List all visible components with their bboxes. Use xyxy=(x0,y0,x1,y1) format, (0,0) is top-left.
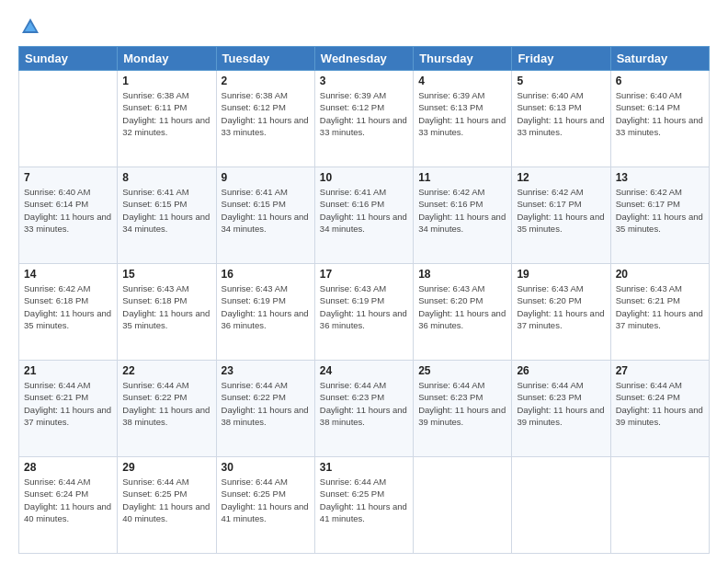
day-number: 12 xyxy=(517,171,605,184)
calendar-header-tuesday: Tuesday xyxy=(216,47,314,71)
calendar-cell xyxy=(414,457,512,554)
day-number: 24 xyxy=(320,364,408,377)
calendar-header-row: SundayMondayTuesdayWednesdayThursdayFrid… xyxy=(19,47,710,71)
day-info: Sunrise: 6:43 AMSunset: 6:18 PMDaylight:… xyxy=(122,282,210,331)
day-info: Sunrise: 6:38 AMSunset: 6:11 PMDaylight:… xyxy=(122,89,210,138)
calendar-week-3: 14Sunrise: 6:42 AMSunset: 6:18 PMDayligh… xyxy=(19,264,710,361)
calendar-cell: 30Sunrise: 6:44 AMSunset: 6:25 PMDayligh… xyxy=(216,457,314,554)
day-number: 28 xyxy=(24,461,112,474)
calendar-week-1: 1Sunrise: 6:38 AMSunset: 6:11 PMDaylight… xyxy=(19,71,710,167)
calendar-table: SundayMondayTuesdayWednesdayThursdayFrid… xyxy=(18,46,710,554)
calendar-header-friday: Friday xyxy=(512,47,610,71)
calendar-cell: 27Sunrise: 6:44 AMSunset: 6:24 PMDayligh… xyxy=(610,361,709,457)
day-number: 1 xyxy=(122,75,210,87)
day-number: 27 xyxy=(616,364,704,377)
calendar-week-2: 7Sunrise: 6:40 AMSunset: 6:14 PMDaylight… xyxy=(19,167,710,264)
day-info: Sunrise: 6:43 AMSunset: 6:19 PMDaylight:… xyxy=(320,282,408,331)
day-info: Sunrise: 6:44 AMSunset: 6:25 PMDaylight:… xyxy=(222,476,310,524)
day-number: 17 xyxy=(320,268,408,281)
day-number: 10 xyxy=(320,171,408,184)
calendar-cell: 14Sunrise: 6:42 AMSunset: 6:18 PMDayligh… xyxy=(19,264,118,361)
day-number: 7 xyxy=(24,171,112,184)
day-info: Sunrise: 6:44 AMSunset: 6:24 PMDaylight:… xyxy=(24,476,112,524)
calendar-cell: 9Sunrise: 6:41 AMSunset: 6:15 PMDaylight… xyxy=(216,167,314,264)
day-number: 21 xyxy=(24,364,112,377)
day-number: 26 xyxy=(517,364,605,377)
day-number: 6 xyxy=(616,75,704,87)
day-number: 25 xyxy=(418,364,506,377)
day-info: Sunrise: 6:44 AMSunset: 6:22 PMDaylight:… xyxy=(122,379,210,428)
header xyxy=(18,17,710,37)
day-info: Sunrise: 6:44 AMSunset: 6:23 PMDaylight:… xyxy=(517,379,605,428)
day-info: Sunrise: 6:42 AMSunset: 6:16 PMDaylight:… xyxy=(418,186,506,235)
calendar-cell xyxy=(19,71,118,167)
day-info: Sunrise: 6:44 AMSunset: 6:23 PMDaylight:… xyxy=(320,379,408,428)
day-info: Sunrise: 6:43 AMSunset: 6:21 PMDaylight:… xyxy=(616,282,704,331)
day-info: Sunrise: 6:44 AMSunset: 6:23 PMDaylight:… xyxy=(418,379,506,428)
calendar-cell: 2Sunrise: 6:38 AMSunset: 6:12 PMDaylight… xyxy=(216,71,314,167)
logo-icon xyxy=(20,17,40,37)
day-info: Sunrise: 6:40 AMSunset: 6:13 PMDaylight:… xyxy=(517,89,605,138)
day-number: 20 xyxy=(616,268,704,281)
calendar-page: SundayMondayTuesdayWednesdayThursdayFrid… xyxy=(0,0,728,563)
calendar-cell: 8Sunrise: 6:41 AMSunset: 6:15 PMDaylight… xyxy=(118,167,216,264)
day-number: 14 xyxy=(24,268,112,281)
day-number: 16 xyxy=(222,268,310,281)
day-number: 29 xyxy=(122,461,210,474)
day-info: Sunrise: 6:44 AMSunset: 6:24 PMDaylight:… xyxy=(616,379,704,428)
calendar-cell xyxy=(512,457,610,554)
calendar-cell: 20Sunrise: 6:43 AMSunset: 6:21 PMDayligh… xyxy=(610,264,709,361)
day-info: Sunrise: 6:44 AMSunset: 6:25 PMDaylight:… xyxy=(122,476,210,524)
day-info: Sunrise: 6:38 AMSunset: 6:12 PMDaylight:… xyxy=(222,89,310,138)
day-info: Sunrise: 6:44 AMSunset: 6:21 PMDaylight:… xyxy=(24,379,112,428)
day-number: 5 xyxy=(517,75,605,87)
calendar-header-monday: Monday xyxy=(118,47,216,71)
calendar-cell: 7Sunrise: 6:40 AMSunset: 6:14 PMDaylight… xyxy=(19,167,118,264)
day-number: 13 xyxy=(616,171,704,184)
day-info: Sunrise: 6:44 AMSunset: 6:22 PMDaylight:… xyxy=(222,379,310,428)
day-info: Sunrise: 6:39 AMSunset: 6:12 PMDaylight:… xyxy=(320,89,408,138)
day-number: 4 xyxy=(418,75,506,87)
calendar-cell: 17Sunrise: 6:43 AMSunset: 6:19 PMDayligh… xyxy=(314,264,413,361)
calendar-cell: 28Sunrise: 6:44 AMSunset: 6:24 PMDayligh… xyxy=(19,457,118,554)
calendar-week-5: 28Sunrise: 6:44 AMSunset: 6:24 PMDayligh… xyxy=(19,457,710,554)
calendar-cell: 24Sunrise: 6:44 AMSunset: 6:23 PMDayligh… xyxy=(314,361,413,457)
day-info: Sunrise: 6:44 AMSunset: 6:25 PMDaylight:… xyxy=(320,476,408,524)
day-number: 30 xyxy=(222,461,310,474)
day-number: 19 xyxy=(517,268,605,281)
calendar-cell: 23Sunrise: 6:44 AMSunset: 6:22 PMDayligh… xyxy=(216,361,314,457)
day-number: 8 xyxy=(122,171,210,184)
day-info: Sunrise: 6:40 AMSunset: 6:14 PMDaylight:… xyxy=(24,186,112,235)
day-number: 2 xyxy=(222,75,310,87)
calendar-cell: 5Sunrise: 6:40 AMSunset: 6:13 PMDaylight… xyxy=(512,71,610,167)
calendar-cell xyxy=(610,457,709,554)
calendar-cell: 11Sunrise: 6:42 AMSunset: 6:16 PMDayligh… xyxy=(414,167,512,264)
day-info: Sunrise: 6:41 AMSunset: 6:15 PMDaylight:… xyxy=(222,186,310,235)
calendar-cell: 3Sunrise: 6:39 AMSunset: 6:12 PMDaylight… xyxy=(314,71,413,167)
day-number: 23 xyxy=(222,364,310,377)
calendar-header-sunday: Sunday xyxy=(19,47,118,71)
day-info: Sunrise: 6:41 AMSunset: 6:16 PMDaylight:… xyxy=(320,186,408,235)
calendar-header-thursday: Thursday xyxy=(414,47,512,71)
day-info: Sunrise: 6:43 AMSunset: 6:19 PMDaylight:… xyxy=(222,282,310,331)
day-number: 22 xyxy=(122,364,210,377)
calendar-header-wednesday: Wednesday xyxy=(314,47,413,71)
day-info: Sunrise: 6:42 AMSunset: 6:17 PMDaylight:… xyxy=(517,186,605,235)
calendar-cell: 4Sunrise: 6:39 AMSunset: 6:13 PMDaylight… xyxy=(414,71,512,167)
calendar-header-saturday: Saturday xyxy=(610,47,709,71)
calendar-cell: 10Sunrise: 6:41 AMSunset: 6:16 PMDayligh… xyxy=(314,167,413,264)
day-info: Sunrise: 6:42 AMSunset: 6:17 PMDaylight:… xyxy=(616,186,704,235)
calendar-cell: 16Sunrise: 6:43 AMSunset: 6:19 PMDayligh… xyxy=(216,264,314,361)
logo xyxy=(18,17,40,37)
day-info: Sunrise: 6:40 AMSunset: 6:14 PMDaylight:… xyxy=(616,89,704,138)
calendar-cell: 1Sunrise: 6:38 AMSunset: 6:11 PMDaylight… xyxy=(118,71,216,167)
day-number: 18 xyxy=(418,268,506,281)
calendar-cell: 6Sunrise: 6:40 AMSunset: 6:14 PMDaylight… xyxy=(610,71,709,167)
day-info: Sunrise: 6:43 AMSunset: 6:20 PMDaylight:… xyxy=(418,282,506,331)
day-number: 3 xyxy=(320,75,408,87)
calendar-cell: 22Sunrise: 6:44 AMSunset: 6:22 PMDayligh… xyxy=(118,361,216,457)
day-info: Sunrise: 6:43 AMSunset: 6:20 PMDaylight:… xyxy=(517,282,605,331)
calendar-cell: 26Sunrise: 6:44 AMSunset: 6:23 PMDayligh… xyxy=(512,361,610,457)
calendar-cell: 21Sunrise: 6:44 AMSunset: 6:21 PMDayligh… xyxy=(19,361,118,457)
calendar-cell: 18Sunrise: 6:43 AMSunset: 6:20 PMDayligh… xyxy=(414,264,512,361)
